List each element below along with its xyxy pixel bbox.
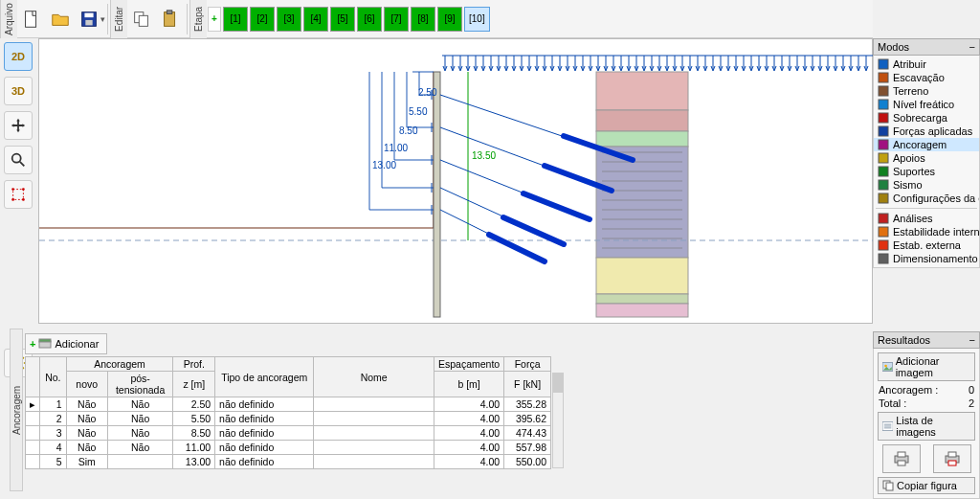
stage-tab-2[interactable]: [2]: [250, 7, 275, 32]
svg-rect-0: [26, 11, 36, 27]
etapa-tab[interactable]: Etapa: [189, 0, 207, 38]
drawing-canvas[interactable]: 2.50 5.50 8.50 11.00 13.00 13.50: [38, 38, 873, 324]
save-button[interactable]: [76, 4, 102, 34]
svg-line-104: [523, 193, 590, 219]
print-color-button[interactable]: [933, 444, 971, 473]
svg-rect-88: [596, 258, 688, 294]
stage-tab-10[interactable]: [10]: [464, 7, 490, 32]
res-total-value: 2: [969, 397, 974, 409]
svg-rect-125: [879, 59, 888, 69]
svg-rect-135: [879, 193, 888, 203]
svg-rect-7: [167, 10, 172, 13]
svg-rect-2: [84, 12, 93, 17]
extents-button[interactable]: [4, 180, 33, 209]
svg-line-106: [489, 235, 545, 261]
stage-tab-3[interactable]: [3]: [277, 7, 301, 32]
mode-item-sismo[interactable]: Sismo: [874, 178, 979, 192]
stage-add-button[interactable]: +: [208, 7, 221, 32]
mode-item-for-as-aplicadas[interactable]: Forças aplicadas: [874, 125, 979, 138]
svg-rect-136: [879, 214, 888, 223]
svg-rect-134: [879, 180, 888, 190]
svg-line-9: [20, 162, 25, 167]
dim-1: 2.50: [418, 87, 436, 98]
svg-rect-3: [85, 19, 92, 24]
svg-rect-150: [948, 452, 956, 457]
svg-rect-95: [434, 72, 440, 317]
mode-item-configura-es-da-etapa[interactable]: Configurações da etapa: [874, 192, 979, 205]
view-2d-button[interactable]: 2D: [4, 42, 33, 71]
svg-rect-73: [596, 72, 688, 110]
print-button[interactable]: [882, 444, 921, 473]
collapse-icon[interactable]: −: [969, 334, 975, 346]
add-anchor-button[interactable]: + Adicionar: [25, 333, 107, 354]
svg-rect-130: [879, 126, 888, 136]
image-list-button[interactable]: Lista de imagens: [878, 412, 975, 441]
table-row[interactable]: ▸1NãoNão2.50não definido4.00355.28: [26, 397, 551, 412]
table-row[interactable]: 2NãoNão5.50não definido4.00395.62: [26, 412, 551, 426]
dim-4: 11.00: [384, 143, 408, 153]
mode-item-escava-o[interactable]: Escavação: [874, 71, 979, 84]
zoom-button[interactable]: [4, 146, 33, 174]
ancoragem-side-tab[interactable]: Ancoragem: [10, 329, 23, 491]
svg-rect-10: [13, 190, 24, 200]
svg-rect-129: [879, 113, 888, 123]
svg-rect-151: [948, 461, 956, 465]
stage-tab-7[interactable]: [7]: [384, 7, 409, 32]
collapse-icon[interactable]: −: [969, 41, 975, 53]
stage-tab-8[interactable]: [8]: [411, 7, 435, 32]
mode-item-terreno[interactable]: Terreno: [874, 84, 979, 98]
mode-item-dimensionamento[interactable]: Dimensionamento: [874, 252, 979, 265]
modos-header[interactable]: Modos−: [873, 38, 980, 56]
right-column: Modos− AtribuirEscavaçãoTerrenoNível fre…: [873, 38, 980, 499]
svg-rect-75: [596, 131, 688, 147]
arquivo-tab[interactable]: Arquivo: [0, 0, 17, 38]
svg-rect-138: [879, 240, 888, 250]
view-3d-button[interactable]: 3D: [4, 77, 33, 105]
svg-rect-137: [879, 227, 888, 237]
dim-6: 13.50: [472, 150, 496, 161]
svg-rect-132: [879, 153, 888, 163]
svg-rect-76: [596, 147, 688, 258]
svg-rect-124: [39, 339, 51, 342]
mode-item-sobrecarga[interactable]: Sobrecarga: [874, 111, 979, 125]
res-anc-value: 0: [969, 384, 974, 396]
add-image-button[interactable]: Adicionar imagem: [878, 352, 975, 381]
svg-rect-74: [596, 110, 688, 131]
stage-tab-4[interactable]: [4]: [303, 7, 328, 32]
table-row[interactable]: 3NãoNão8.50não definido4.00474.43: [26, 426, 551, 441]
svg-point-141: [884, 365, 887, 368]
stage-tab-9[interactable]: [9]: [437, 7, 462, 32]
mode-item-apoios[interactable]: Apoios: [874, 151, 979, 165]
pan-button[interactable]: [4, 111, 33, 140]
svg-rect-153: [886, 483, 893, 490]
anchors-table[interactable]: No. Ancoragem Prof. Tipo de ancoragem No…: [25, 356, 551, 469]
resultados-panel: Adicionar imagem Ancoragem :0 Total :2 L…: [873, 349, 980, 499]
svg-point-13: [11, 198, 14, 201]
table-row[interactable]: 5Sim13.00não definido4.00550.00: [26, 455, 551, 469]
dim-3: 8.50: [399, 125, 417, 136]
stage-tab-6[interactable]: [6]: [357, 7, 382, 32]
copy-figure-button[interactable]: Copiar figura: [878, 477, 975, 494]
svg-rect-133: [879, 167, 888, 176]
svg-rect-127: [879, 86, 888, 96]
mode-item-atribuir[interactable]: Atribuir: [874, 57, 979, 71]
resultados-header[interactable]: Resultados−: [873, 331, 980, 349]
mode-item-estab-externa[interactable]: Estab. externa: [874, 238, 979, 252]
mode-item-ancoragem[interactable]: Ancoragem: [874, 138, 979, 151]
svg-rect-139: [879, 254, 888, 263]
copy-button[interactable]: [128, 4, 155, 34]
open-file-button[interactable]: [47, 4, 74, 34]
paste-button[interactable]: [157, 4, 184, 34]
mode-item-suportes[interactable]: Suportes: [874, 165, 979, 178]
mode-item-estabilidade-interna[interactable]: Estabilidade interna: [874, 225, 979, 238]
editar-tab[interactable]: Editar: [110, 0, 127, 38]
res-anc-label: Ancoragem :: [879, 384, 938, 396]
new-file-button[interactable]: [18, 4, 45, 34]
svg-point-8: [12, 154, 21, 163]
table-scrollbar[interactable]: [552, 373, 564, 468]
stage-tab-1[interactable]: [1]: [223, 7, 248, 32]
table-row[interactable]: 4NãoNão11.00não definido4.00557.98: [26, 441, 551, 455]
stage-tab-5[interactable]: [5]: [330, 7, 355, 32]
mode-item-an-lises[interactable]: Análises: [874, 212, 979, 225]
mode-item-n-vel-fre-tico[interactable]: Nível freático: [874, 98, 979, 111]
